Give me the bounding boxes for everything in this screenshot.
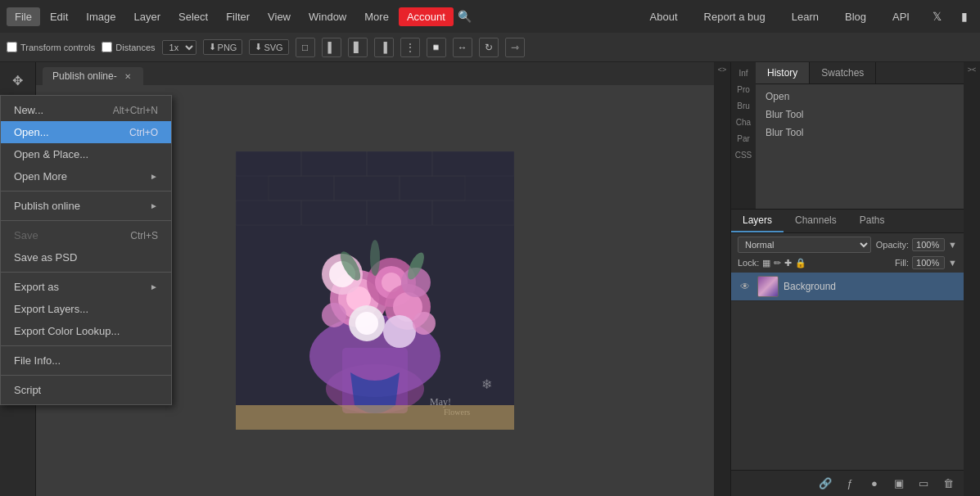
fill-arrow[interactable]: ▼ xyxy=(948,258,957,268)
side-label-par[interactable]: Par xyxy=(735,131,752,147)
svg-point-34 xyxy=(413,312,436,335)
menu-view[interactable]: View xyxy=(260,7,299,26)
png-export-btn[interactable]: ⬇ PNG xyxy=(203,39,243,55)
new-group-btn[interactable]: ▣ xyxy=(890,475,908,493)
layer-item-background[interactable]: 👁 Background xyxy=(731,273,964,301)
menu-export-layers[interactable]: Export Layers... xyxy=(1,298,171,320)
align-right-icon[interactable]: ▐ xyxy=(374,38,394,57)
blend-mode-select[interactable]: Normal Multiply Screen xyxy=(738,237,871,253)
menu-open-more[interactable]: Open More ► xyxy=(1,165,171,187)
menu-save[interactable]: Save Ctrl+S xyxy=(1,224,171,246)
lock-pixels-icon[interactable]: ✏ xyxy=(774,258,781,268)
menu-save-shortcut: Ctrl+S xyxy=(130,230,158,241)
collapse-left-btn[interactable]: <> xyxy=(718,65,727,74)
new-layer-btn[interactable]: ▭ xyxy=(915,475,933,493)
layer-visibility-toggle[interactable]: 👁 xyxy=(738,279,752,294)
tab-bar: Publish online- ✕ xyxy=(36,62,714,85)
tab-swatches[interactable]: Swatches xyxy=(810,62,876,83)
menu-save-psd[interactable]: Save as PSD xyxy=(1,246,171,268)
distances-checkbox[interactable] xyxy=(102,42,112,52)
menu-account[interactable]: Account xyxy=(399,7,454,26)
menu-open-place[interactable]: Open & Place... xyxy=(1,143,171,165)
menu-window[interactable]: Window xyxy=(300,7,355,26)
menu-export-color[interactable]: Export Color Lookup... xyxy=(1,320,171,342)
canvas-tab[interactable]: Publish online- ✕ xyxy=(43,67,143,85)
facebook-icon[interactable]: ▮ xyxy=(955,7,973,25)
align-left-icon[interactable]: ▌ xyxy=(322,38,341,57)
separator-3 xyxy=(1,272,171,273)
distances-group: Distances xyxy=(102,42,155,52)
move-tool[interactable]: ✥ xyxy=(5,67,31,93)
svg-rect-41 xyxy=(236,405,514,430)
canvas-resize-icon[interactable]: □ xyxy=(296,38,315,57)
transform-controls-checkbox[interactable] xyxy=(7,42,17,52)
menu-export-as[interactable]: Export as ► xyxy=(1,276,171,298)
side-label-inf[interactable]: Inf xyxy=(737,65,749,81)
lock-fill-row: Lock: ▦ ✏ ✚ 🔒 Fill: 100% ▼ xyxy=(738,256,957,269)
layer-list: 👁 Background xyxy=(731,273,964,470)
tab-paths[interactable]: Paths xyxy=(848,210,896,232)
menu-about[interactable]: About xyxy=(642,7,686,26)
menu-report[interactable]: Report a bug xyxy=(696,7,774,26)
distances-label: Distances xyxy=(115,43,155,52)
lock-all-icon[interactable]: 🔒 xyxy=(795,258,806,268)
flip-icon[interactable]: ↔ xyxy=(453,38,472,57)
opacity-arrow[interactable]: ▼ xyxy=(948,240,957,250)
rotate-icon[interactable]: ↻ xyxy=(479,38,499,57)
lock-position-icon[interactable]: ✚ xyxy=(784,258,792,268)
tab-layers[interactable]: Layers xyxy=(731,210,784,232)
download-icon: ⬇ xyxy=(209,42,216,52)
layer-mask-btn[interactable]: ● xyxy=(865,475,883,493)
twitter-icon[interactable]: 𝕏 xyxy=(928,7,946,25)
tab-history[interactable]: History xyxy=(756,62,810,83)
canvas-image: May! Flowers ❄ xyxy=(236,151,514,430)
svg-label: SVG xyxy=(264,43,282,52)
menu-open-label: Open... xyxy=(14,126,49,138)
opacity-label: Opacity: xyxy=(876,240,909,250)
menu-blog[interactable]: Blog xyxy=(837,7,874,26)
menu-layer[interactable]: Layer xyxy=(126,7,169,26)
delete-layer-btn[interactable]: 🗑 xyxy=(939,475,957,493)
menu-open-place-label: Open & Place... xyxy=(14,148,88,160)
menu-publish-online[interactable]: Publish online ► xyxy=(1,195,171,217)
fill-value[interactable]: 100% xyxy=(912,256,945,269)
menu-select[interactable]: Select xyxy=(170,7,216,26)
distribute-icon[interactable]: ⋮ xyxy=(400,38,420,57)
menu-script-label: Script xyxy=(14,384,41,396)
menu-bar-left: File Edit Image Layer Select Filter View… xyxy=(7,7,475,26)
transform-icon[interactable]: ⇾ xyxy=(505,38,525,57)
menu-filter[interactable]: Filter xyxy=(218,7,258,26)
menu-script[interactable]: Script xyxy=(1,379,171,401)
history-item-blur1[interactable]: Blur Tool xyxy=(756,106,964,124)
side-label-pro[interactable]: Pro xyxy=(735,82,752,97)
separator-2 xyxy=(1,220,171,221)
transform-controls-group: Transform controls xyxy=(7,42,95,52)
search-icon[interactable]: 🔍 xyxy=(455,7,475,26)
collapse-right-btn[interactable]: >< xyxy=(968,65,977,74)
side-label-css[interactable]: CSS xyxy=(734,147,754,163)
menu-file-info[interactable]: File Info... xyxy=(1,349,171,372)
menu-open[interactable]: Open... Ctrl+O xyxy=(1,121,171,143)
align-center-icon[interactable]: ▋ xyxy=(348,38,368,57)
layer-effects-btn[interactable]: ƒ xyxy=(841,475,859,493)
history-item-blur2[interactable]: Blur Tool xyxy=(756,124,964,142)
crop-icon[interactable]: ◽ xyxy=(427,38,446,57)
tab-close-btn[interactable]: ✕ xyxy=(122,70,133,82)
menu-more[interactable]: More xyxy=(356,7,397,26)
history-item-open[interactable]: Open xyxy=(756,88,964,106)
side-label-cha[interactable]: Cha xyxy=(734,115,752,130)
link-layers-btn[interactable]: 🔗 xyxy=(816,475,834,493)
menu-file[interactable]: File xyxy=(7,7,40,26)
history-section: Inf Pro Bru Cha Par CSS History Swatches… xyxy=(731,62,964,210)
tab-channels[interactable]: Channels xyxy=(784,210,848,232)
side-label-bru[interactable]: Bru xyxy=(735,98,752,114)
menu-new[interactable]: New... Alt+Ctrl+N xyxy=(1,99,171,121)
menu-api[interactable]: API xyxy=(884,7,918,26)
menu-learn[interactable]: Learn xyxy=(784,7,827,26)
menu-edit[interactable]: Edit xyxy=(42,7,76,26)
menu-image[interactable]: Image xyxy=(78,7,124,26)
svg-export-btn[interactable]: ⬇ SVG xyxy=(249,39,288,55)
lock-transparent-icon[interactable]: ▦ xyxy=(762,258,770,268)
opacity-value[interactable]: 100% xyxy=(912,238,945,251)
scale-select[interactable]: 1x 2x 3x xyxy=(162,40,196,55)
